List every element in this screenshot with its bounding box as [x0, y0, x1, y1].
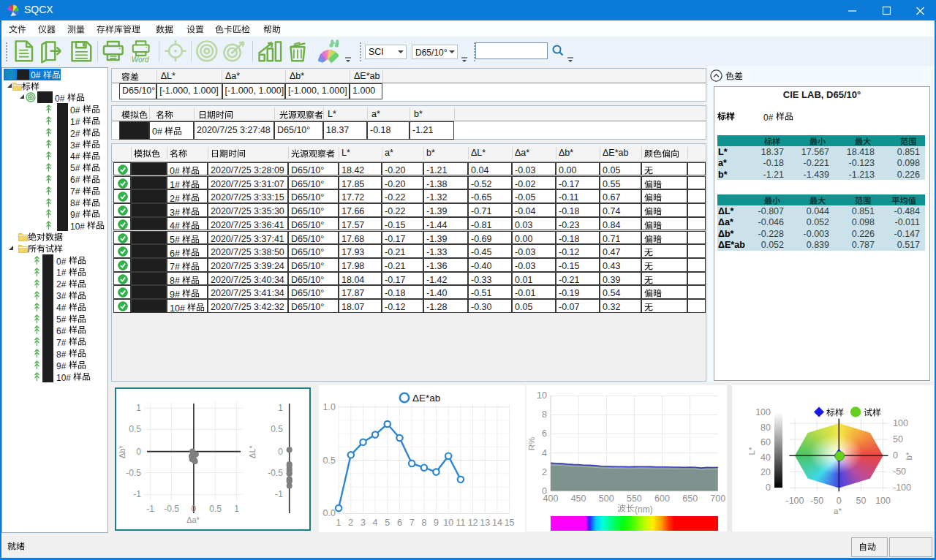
svg-text:14: 14 [492, 518, 502, 528]
svg-text:0.5: 0.5 [129, 424, 141, 434]
svg-text:8: 8 [421, 518, 426, 528]
svg-text:450: 450 [571, 493, 586, 504]
svg-text:400: 400 [543, 493, 559, 504]
svg-text:6: 6 [397, 518, 402, 528]
svg-text:700: 700 [710, 493, 725, 504]
svg-text:R%: R% [527, 437, 536, 451]
svg-text:Δa*: Δa* [186, 515, 200, 524]
svg-text:650: 650 [682, 493, 698, 504]
svg-text:-1: -1 [275, 489, 283, 499]
svg-text:ΔE*ab: ΔE*ab [412, 393, 440, 404]
svg-text:7: 7 [410, 518, 415, 528]
svg-text:10: 10 [537, 390, 547, 401]
svg-text:15: 15 [505, 518, 515, 528]
svg-text:9: 9 [434, 518, 439, 528]
svg-text:0.5: 0.5 [323, 455, 336, 466]
svg-text:4: 4 [542, 448, 547, 458]
svg-text:1: 1 [234, 504, 239, 514]
svg-text:12: 12 [468, 518, 478, 528]
svg-text:10: 10 [443, 518, 453, 528]
svg-text:3: 3 [361, 518, 366, 528]
svg-text:1: 1 [278, 403, 283, 413]
svg-text:8: 8 [542, 409, 547, 420]
svg-text:0.0: 0.0 [323, 508, 336, 518]
svg-text:2: 2 [542, 467, 547, 477]
svg-text:Δb*: Δb* [118, 444, 127, 458]
svg-text:11: 11 [456, 518, 465, 528]
svg-text:ΔL*: ΔL* [248, 444, 257, 458]
svg-text:1.0: 1.0 [323, 402, 336, 412]
svg-text:-1: -1 [133, 489, 141, 499]
svg-text:13: 13 [480, 518, 490, 528]
svg-text:600: 600 [654, 493, 670, 504]
svg-text:0: 0 [192, 504, 197, 514]
svg-text:6: 6 [542, 428, 547, 439]
svg-text:0: 0 [136, 447, 141, 457]
svg-text:Word: Word [132, 56, 149, 63]
svg-text:4: 4 [373, 518, 378, 528]
svg-text:5: 5 [385, 518, 390, 528]
svg-text:0: 0 [278, 447, 283, 457]
svg-text:500: 500 [599, 493, 614, 504]
svg-text:2: 2 [348, 518, 353, 528]
svg-text:-1: -1 [146, 504, 154, 514]
svg-text:0.5: 0.5 [271, 424, 283, 434]
svg-text:-0.5: -0.5 [164, 504, 179, 514]
svg-text:-0.5: -0.5 [126, 468, 141, 478]
svg-text:1: 1 [136, 403, 141, 413]
svg-text:1: 1 [336, 518, 341, 528]
svg-text:0.5: 0.5 [209, 504, 222, 514]
svg-text:-0.5: -0.5 [268, 468, 283, 478]
